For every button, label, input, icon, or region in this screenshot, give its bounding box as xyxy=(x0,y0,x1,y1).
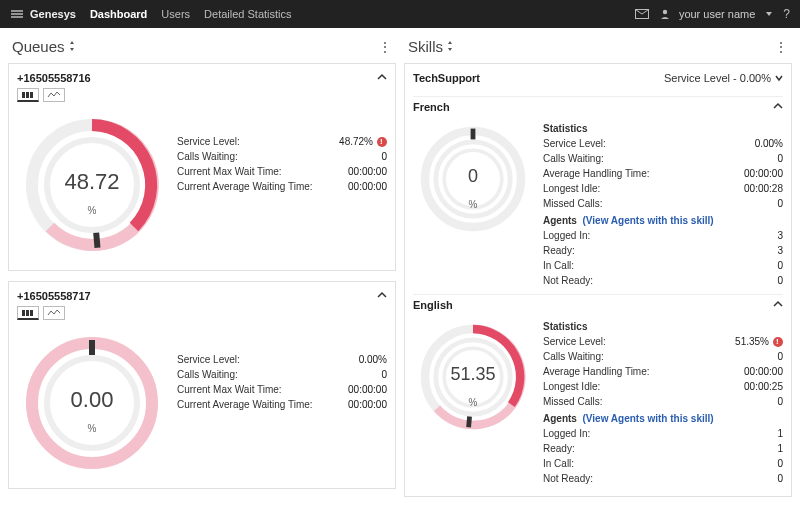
stat-label: In Call: xyxy=(543,456,574,471)
user-menu-caret-icon[interactable] xyxy=(765,10,773,18)
skill-header[interactable]: English xyxy=(413,294,783,317)
stat-label: Calls Waiting: xyxy=(543,349,604,364)
svg-rect-10 xyxy=(30,310,33,316)
svg-rect-9 xyxy=(26,310,29,316)
svg-rect-4 xyxy=(30,92,33,98)
skills-more-menu-icon[interactable]: ⋮ xyxy=(774,39,788,55)
nav-dashboard[interactable]: Dashboard xyxy=(90,8,147,20)
stat-value: 00:00:00 xyxy=(348,382,387,397)
brand-logo-icon xyxy=(10,9,24,19)
collapse-icon[interactable] xyxy=(377,290,387,302)
top-navbar: Genesys Dashboard Users Detailed Statist… xyxy=(0,0,800,28)
skill-stats: Statistics Service Level:51.35% Calls Wa… xyxy=(543,317,783,486)
skill-gauge: 0 % xyxy=(413,119,533,239)
agents-heading: Agents (View Agents with this skill) xyxy=(543,215,783,226)
svg-point-1 xyxy=(663,10,667,14)
queue-gauge: 48.72 % xyxy=(17,110,167,260)
stat-value: 0.00% xyxy=(359,352,387,367)
stat-label: Current Average Waiting Time: xyxy=(177,397,313,412)
stat-label: Missed Calls: xyxy=(543,394,602,409)
stat-value: 0 xyxy=(777,349,783,364)
queue-gauge: 0.00 % xyxy=(17,328,167,478)
gauge-view-button[interactable] xyxy=(17,88,39,102)
stat-label: Not Ready: xyxy=(543,273,593,288)
stat-value: 0 xyxy=(777,456,783,471)
stat-label: Service Level: xyxy=(543,334,606,349)
gauge-value: 48.72 xyxy=(64,169,119,195)
queues-panel-title: Queues xyxy=(12,38,65,55)
sort-icon[interactable] xyxy=(69,40,79,54)
skill-group-service-level-dropdown[interactable]: Service Level - 0.00% xyxy=(664,72,783,84)
stat-value: 00:00:25 xyxy=(744,379,783,394)
skills-panel-header: Skills ⋮ xyxy=(404,34,792,63)
skill-gauge: 51.35 % xyxy=(413,317,533,437)
svg-rect-2 xyxy=(22,92,25,98)
view-agents-link[interactable]: (View Agents with this skill) xyxy=(582,215,713,226)
skills-column: Skills ⋮ TechSupport Service Level - 0.0… xyxy=(404,34,792,507)
agents-heading: Agents (View Agents with this skill) xyxy=(543,413,783,424)
username-label[interactable]: your user name xyxy=(679,8,755,20)
queue-header[interactable]: +16505558716 xyxy=(17,70,387,88)
svg-rect-13 xyxy=(89,340,95,355)
collapse-icon[interactable] xyxy=(773,299,783,311)
stat-value: 0 xyxy=(777,394,783,409)
statistics-heading: Statistics xyxy=(543,123,783,134)
stat-value: 00:00:00 xyxy=(348,397,387,412)
view-agents-link[interactable]: (View Agents with this skill) xyxy=(582,413,713,424)
stat-label: Logged In: xyxy=(543,228,590,243)
gauge-unit: % xyxy=(88,423,97,434)
stat-value: 0 xyxy=(777,151,783,166)
skill-group-header[interactable]: TechSupport Service Level - 0.00% xyxy=(413,70,783,90)
collapse-icon[interactable] xyxy=(377,72,387,84)
queue-header[interactable]: +16505558717 xyxy=(17,288,387,306)
stat-label: Missed Calls: xyxy=(543,196,602,211)
stat-value: 00:00:00 xyxy=(348,164,387,179)
nav-users[interactable]: Users xyxy=(161,8,190,20)
skill-group-name: TechSupport xyxy=(413,72,480,84)
gauge-value: 0 xyxy=(468,166,478,187)
sort-icon[interactable] xyxy=(447,40,457,54)
sparkline-view-button[interactable] xyxy=(43,88,65,102)
brand-name: Genesys xyxy=(30,8,76,20)
queue-stats: Service Level:0.00% Calls Waiting:0 Curr… xyxy=(177,328,387,478)
stat-value: 0 xyxy=(381,367,387,382)
queue-stats: Service Level:48.72% Calls Waiting:0 Cur… xyxy=(177,110,387,260)
gauge-value: 0.00 xyxy=(71,387,114,413)
stat-label: Calls Waiting: xyxy=(543,151,604,166)
stat-label: Service Level: xyxy=(177,352,240,367)
gauge-view-button[interactable] xyxy=(17,306,39,320)
nav-detailed-statistics[interactable]: Detailed Statistics xyxy=(204,8,291,20)
chevron-down-icon xyxy=(775,74,783,82)
stat-value: 0.00% xyxy=(755,136,783,151)
queues-more-menu-icon[interactable]: ⋮ xyxy=(378,39,392,55)
stat-value: 48.72% xyxy=(339,134,387,149)
stat-label: Average Handling Time: xyxy=(543,364,650,379)
help-icon[interactable]: ? xyxy=(783,7,790,21)
stat-label: Current Average Waiting Time: xyxy=(177,179,313,194)
stat-label: Longest Idle: xyxy=(543,379,600,394)
svg-rect-3 xyxy=(26,92,29,98)
gauge-value: 51.35 xyxy=(450,364,495,385)
skill-header[interactable]: French xyxy=(413,96,783,119)
main-content: Queues ⋮ +16505558716 xyxy=(0,28,800,510)
stat-value: 1 xyxy=(777,441,783,456)
stat-label: Service Level: xyxy=(543,136,606,151)
queues-panel-header: Queues ⋮ xyxy=(8,34,396,63)
collapse-icon[interactable] xyxy=(773,101,783,113)
stat-label: Calls Waiting: xyxy=(177,149,238,164)
stat-value: 1 xyxy=(777,426,783,441)
stat-value: 0 xyxy=(777,196,783,211)
stat-label: Current Max Wait Time: xyxy=(177,164,282,179)
stat-label: Average Handling Time: xyxy=(543,166,650,181)
stat-value: 00:00:00 xyxy=(744,166,783,181)
stat-label: Longest Idle: xyxy=(543,181,600,196)
user-icon[interactable] xyxy=(659,8,671,20)
skill-group-card: TechSupport Service Level - 0.00% French xyxy=(404,63,792,497)
warning-icon xyxy=(773,337,783,347)
statistics-heading: Statistics xyxy=(543,321,783,332)
messages-icon[interactable] xyxy=(635,9,649,19)
skills-panel-title: Skills xyxy=(408,38,443,55)
svg-rect-21 xyxy=(466,416,472,427)
sparkline-view-button[interactable] xyxy=(43,306,65,320)
stat-value: 00:00:00 xyxy=(348,179,387,194)
